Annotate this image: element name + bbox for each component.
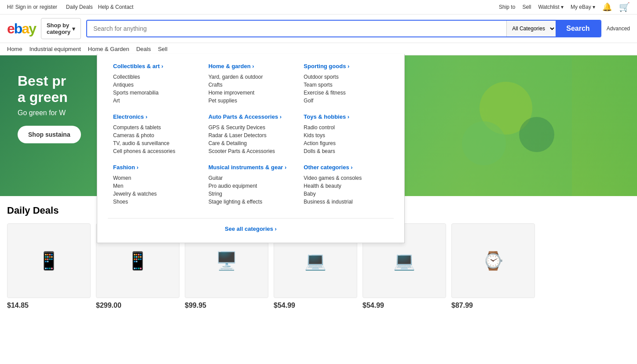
toys-hobbies-link[interactable]: Toys & hobbies › — [304, 113, 388, 120]
business-industrial-item[interactable]: Business & industrial — [304, 198, 388, 206]
category-dropdown-menu: Collectibles & art › Collectibles Antiqu… — [97, 54, 405, 243]
cameras-photo-item[interactable]: Cameras & photo — [113, 131, 198, 139]
stage-lighting-item[interactable]: Stage lighting & effects — [209, 198, 293, 206]
gps-security-item[interactable]: GPS & Security Devices — [209, 124, 293, 131]
sign-in-link[interactable]: Sign in — [15, 4, 32, 10]
greeting-text: Hi! — [7, 4, 14, 10]
register-link[interactable]: register — [40, 4, 57, 10]
toys-hobbies-section: Toys & hobbies › Radio control Kids toys… — [304, 113, 388, 155]
watchlist-chevron: ▾ — [561, 4, 564, 10]
nav-home-garden[interactable]: Home & Garden — [88, 46, 129, 52]
deal-card-6[interactable]: ⌚ $87.99 — [451, 223, 535, 309]
hero-text: Best pr a green Go green for W Shop sust… — [18, 73, 81, 143]
home-garden-link[interactable]: Home & garden › — [209, 63, 293, 69]
musical-instruments-link[interactable]: Musical instruments & gear › — [209, 164, 293, 171]
fashion-link[interactable]: Fashion › — [113, 164, 198, 171]
auto-parts-link[interactable]: Auto Parts & Accessories › — [209, 113, 293, 120]
antiques-item[interactable]: Antiques — [113, 81, 198, 89]
yard-garden-item[interactable]: Yard, garden & outdoor — [209, 73, 293, 81]
my-ebay-chevron: ▾ — [593, 4, 595, 10]
home-improvement-item[interactable]: Home improvement — [209, 89, 293, 97]
deal-emoji-2: 📱 — [127, 251, 149, 271]
advanced-search-link[interactable]: Advanced — [607, 25, 630, 32]
logo-y: y — [29, 21, 36, 36]
golf-item[interactable]: Golf — [304, 97, 388, 105]
deal-image-1: 📱 — [7, 223, 91, 298]
musical-instruments-section: Musical instruments & gear › Guitar Pro … — [209, 164, 293, 206]
search-button[interactable]: Search — [556, 21, 600, 36]
deal-price-2: $299.00 — [96, 302, 179, 309]
hero-cta-button[interactable]: Shop sustaina — [18, 126, 81, 143]
women-item[interactable]: Women — [113, 174, 198, 182]
cart-icon[interactable]: 🛒 — [619, 2, 630, 12]
or-text: or — [33, 4, 38, 10]
crafts-item[interactable]: Crafts — [209, 81, 293, 89]
other-categories-link[interactable]: Other categories › — [304, 164, 388, 171]
men-item[interactable]: Men — [113, 182, 198, 190]
see-all-categories-link[interactable]: See all categories › — [225, 226, 277, 232]
nav-industrial[interactable]: Industrial equipment — [29, 46, 81, 52]
jewelry-watches-item[interactable]: Jewelry & watches — [113, 190, 198, 198]
nav-sell[interactable]: Sell — [158, 46, 168, 52]
ship-to-label: Ship to — [499, 4, 515, 10]
baby-item[interactable]: Baby — [304, 190, 388, 198]
care-detailing-item[interactable]: Care & Detailing — [209, 139, 293, 147]
collectibles-art-link[interactable]: Collectibles & art › — [113, 63, 198, 69]
see-all-categories-section: See all categories › — [108, 218, 394, 234]
shop-by-category-button[interactable]: Shop by category ▾ — [41, 18, 81, 39]
help-contact-link[interactable]: Help & Contact — [98, 4, 134, 10]
guitar-item[interactable]: Guitar — [209, 174, 293, 182]
sell-link[interactable]: Sell — [522, 4, 531, 10]
header: ebay Shop by category ▾ All Categories S… — [0, 15, 637, 43]
art-item[interactable]: Art — [113, 97, 198, 105]
string-item[interactable]: String — [209, 190, 293, 198]
sports-memorabilia-item[interactable]: Sports memorabilia — [113, 89, 198, 97]
dropdown-col-3: Sporting goods › Outdoor sports Team spo… — [298, 63, 394, 215]
dropdown-grid: Collectibles & art › Collectibles Antiqu… — [108, 63, 394, 215]
deal-image-6: ⌚ — [451, 223, 535, 298]
team-sports-item[interactable]: Team sports — [304, 81, 388, 89]
deal-price-3: $99.95 — [185, 302, 268, 309]
top-bar: Hi! Sign in or register Daily Deals Help… — [0, 0, 637, 15]
collectibles-item[interactable]: Collectibles — [113, 73, 198, 81]
nav-deals[interactable]: Deals — [136, 46, 151, 52]
sporting-goods-link[interactable]: Sporting goods › — [304, 63, 388, 69]
daily-deals-link[interactable]: Daily Deals — [66, 4, 93, 10]
deal-emoji-1: 📱 — [38, 251, 60, 271]
hero-subtext: Go green for W — [18, 109, 81, 117]
watchlist-link[interactable]: Watchlist ▾ — [538, 4, 564, 10]
shop-by-label: Shop by category — [47, 22, 70, 35]
computers-tablets-item[interactable]: Computers & tablets — [113, 124, 198, 131]
svg-point-3 — [462, 121, 506, 165]
electronics-link[interactable]: Electronics › — [113, 113, 198, 120]
radio-control-item[interactable]: Radio control — [304, 124, 388, 131]
notification-bell-icon[interactable]: 🔔 — [602, 2, 612, 12]
tv-audio-item[interactable]: TV, audio & surveillance — [113, 139, 198, 147]
sporting-goods-section: Sporting goods › Outdoor sports Team spo… — [304, 63, 388, 105]
ebay-logo[interactable]: ebay — [7, 21, 36, 37]
shoes-item[interactable]: Shoes — [113, 198, 198, 206]
deal-emoji-4: 💻 — [304, 251, 326, 271]
nav-home[interactable]: Home — [7, 46, 22, 52]
my-ebay-link[interactable]: My eBay ▾ — [571, 4, 595, 10]
health-beauty-item[interactable]: Health & beauty — [304, 182, 388, 190]
logo-e: e — [7, 21, 14, 36]
exercise-fitness-item[interactable]: Exercise & fitness — [304, 89, 388, 97]
pro-audio-item[interactable]: Pro audio equipment — [209, 182, 293, 190]
video-games-item[interactable]: Video games & consoles — [304, 174, 388, 182]
cell-phones-item[interactable]: Cell phones & accessories — [113, 147, 198, 155]
pet-supplies-item[interactable]: Pet supplies — [209, 97, 293, 105]
collectibles-section: Collectibles & art › Collectibles Antiqu… — [113, 63, 198, 105]
radar-laser-item[interactable]: Radar & Laser Detectors — [209, 131, 293, 139]
scooter-parts-item[interactable]: Scooter Parts & Accessories — [209, 147, 293, 155]
search-input[interactable] — [87, 21, 506, 36]
outdoor-sports-item[interactable]: Outdoor sports — [304, 73, 388, 81]
top-bar-right: Ship to Sell Watchlist ▾ My eBay ▾ 🔔 🛒 — [499, 2, 630, 12]
svg-point-2 — [519, 117, 554, 152]
dolls-bears-item[interactable]: Dolls & bears — [304, 147, 388, 155]
deal-card-1[interactable]: 📱 $14.85 — [7, 223, 91, 309]
home-garden-section: Home & garden › Yard, garden & outdoor C… — [209, 63, 293, 105]
category-select-dropdown[interactable]: All Categories — [506, 21, 556, 36]
kids-toys-item[interactable]: Kids toys — [304, 131, 388, 139]
action-figures-item[interactable]: Action figures — [304, 139, 388, 147]
